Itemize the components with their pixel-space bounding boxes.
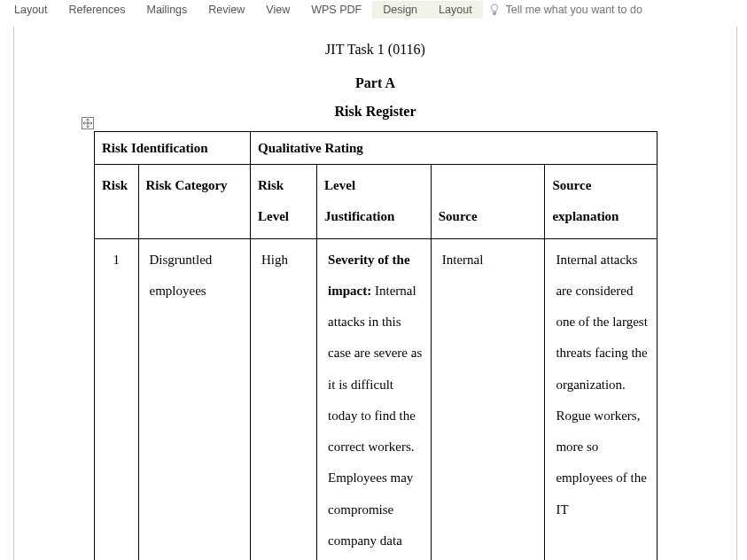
col-header-source-expl: Source explanation (545, 165, 658, 239)
cell-source: Internal (431, 238, 545, 560)
col-header-risk: Risk (95, 165, 139, 239)
ribbon-tabs: Layout References Mailings Review View W… (0, 0, 747, 19)
col-header-risk-cat: Risk Category (138, 165, 251, 239)
table-move-handle[interactable] (82, 117, 94, 129)
col-header-source: Source (431, 165, 545, 239)
tab-view[interactable]: View (255, 1, 300, 19)
document-page: JIT Task 1 (0116) Part A Risk Register R… (13, 27, 737, 560)
cell-source-expl: Internal attacks are considered one of t… (545, 238, 658, 560)
risk-register-table: Risk Identification Qualitative Rating R… (94, 131, 658, 560)
cell-risk-category: Disgruntled employees (138, 238, 251, 560)
cell-risk-level: High (251, 238, 317, 560)
tell-me-box[interactable] (488, 3, 685, 17)
cell-level-just-rest: Internal attacks in this case are severe… (328, 284, 422, 548)
table-row: 1 Disgruntled employees High Severity of… (95, 238, 658, 560)
tab-design[interactable]: Design (372, 1, 428, 19)
doc-title: JIT Task 1 (0116) (14, 35, 736, 64)
tab-wps-pdf[interactable]: WPS PDF (300, 1, 372, 19)
lightbulb-icon (488, 4, 501, 16)
group-header-qual-rating: Qualitative Rating (251, 132, 658, 165)
cell-risk-num: 1 (95, 238, 139, 560)
tab-mailings[interactable]: Mailings (136, 1, 198, 19)
tab-references[interactable]: References (58, 1, 136, 19)
doc-part-a: Part A (14, 69, 736, 97)
tab-review[interactable]: Review (198, 1, 255, 19)
group-header-risk-ident: Risk Identification (95, 132, 251, 165)
cell-level-just: Severity of the impact: Internal attacks… (317, 238, 432, 560)
tell-me-input[interactable] (504, 3, 685, 17)
col-header-risk-level: Risk Level (251, 165, 317, 239)
col-header-level-just: Level Justification (317, 165, 432, 239)
tab-layout-2[interactable]: Layout (428, 1, 483, 19)
doc-part-a-sub: Risk Register (14, 97, 736, 126)
tab-layout[interactable]: Layout (4, 1, 58, 19)
